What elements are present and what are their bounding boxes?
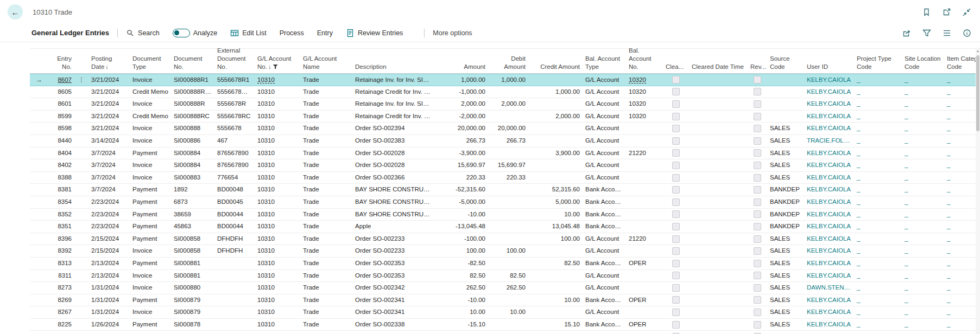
- cell-glname[interactable]: Trade: [300, 111, 352, 123]
- table-row[interactable]: 84043/7/2024PaymentSI0008848765678901031…: [30, 147, 976, 160]
- cell-glno[interactable]: 10310: [255, 331, 300, 334]
- cell-item[interactable]: _: [944, 306, 976, 318]
- cell-rev[interactable]: [748, 184, 767, 196]
- cell-date[interactable]: 2/23/2024: [88, 209, 130, 221]
- cell-doctype[interactable]: Payment: [130, 233, 171, 245]
- cell-balno[interactable]: [626, 135, 663, 147]
- cell-extdoc[interactable]: [214, 319, 255, 331]
- cell-cleared[interactable]: [689, 74, 748, 86]
- cell-baltype[interactable]: G/L Account: [583, 86, 626, 98]
- cell-glno[interactable]: 10310: [255, 282, 300, 294]
- cell-ind[interactable]: [30, 111, 48, 123]
- cell-desc[interactable]: Order SO-002338: [352, 331, 434, 334]
- cell-user[interactable]: KELBY.CAIOLA: [804, 270, 854, 282]
- cell-balno[interactable]: [626, 159, 663, 171]
- cell-debit[interactable]: [488, 111, 528, 123]
- cell-dots[interactable]: [74, 135, 88, 147]
- clea-checkbox[interactable]: [672, 235, 680, 243]
- cell-project[interactable]: _: [854, 221, 902, 233]
- cell-extdoc[interactable]: 5556678RC: [214, 111, 255, 123]
- cell-entry[interactable]: 8404: [48, 147, 74, 159]
- search-button[interactable]: Search: [126, 29, 160, 37]
- cell-doctype[interactable]: Payment: [130, 221, 171, 233]
- cell-dots[interactable]: [74, 147, 88, 159]
- cell-project[interactable]: _: [854, 282, 902, 294]
- table-row[interactable]: 82691/31/2024PaymentSI00087910310TradeOr…: [30, 294, 976, 307]
- cell-baltype[interactable]: G/L Account: [583, 233, 626, 245]
- table-row[interactable]: 83112/13/2024InvoiceSI00088110310TradeOr…: [30, 270, 976, 282]
- cell-amount[interactable]: 1,000.00: [434, 74, 488, 86]
- cell-entry[interactable]: 8388: [48, 172, 74, 184]
- cell-site[interactable]: _: [902, 172, 944, 184]
- cell-date[interactable]: 2/15/2024: [88, 245, 130, 257]
- cell-doctype[interactable]: Payment: [130, 147, 171, 159]
- cell-user[interactable]: KELBY.CAIOLA: [804, 258, 854, 269]
- cell-balno[interactable]: [626, 123, 663, 134]
- column-header-glname[interactable]: G/L Account Name: [300, 55, 352, 73]
- cell-desc[interactable]: Order SO-002366: [352, 172, 434, 184]
- cell-item[interactable]: _: [944, 147, 976, 159]
- column-header-date[interactable]: Posting Date↓: [88, 55, 130, 73]
- cell-user[interactable]: KELBY.CAIOLA: [804, 319, 854, 331]
- cell-desc[interactable]: Retainage Inv. for Inv. SI000888: [352, 74, 434, 86]
- cell-item[interactable]: _: [944, 196, 976, 208]
- cell-user[interactable]: KELBY.CAIOLA: [804, 111, 854, 123]
- cell-doctype[interactable]: Payment: [130, 258, 171, 269]
- cell-project[interactable]: _: [854, 184, 902, 196]
- cell-clea[interactable]: [663, 209, 689, 221]
- cell-baltype[interactable]: G/L Account: [583, 306, 626, 318]
- cell-baltype[interactable]: G/L Account: [583, 98, 626, 110]
- cell-glno[interactable]: 10310: [255, 319, 300, 331]
- table-row[interactable]: 82251/26/2024PaymentSI00087810310TradeOr…: [30, 319, 976, 331]
- cell-dots[interactable]: [74, 331, 88, 334]
- cell-site[interactable]: _: [902, 98, 944, 110]
- rev-checkbox[interactable]: [754, 321, 761, 329]
- cell-docno[interactable]: SI000880: [171, 282, 214, 294]
- cell-extdoc[interactable]: [214, 258, 255, 269]
- rev-checkbox[interactable]: [754, 223, 761, 230]
- cell-entry[interactable]: 8599: [48, 111, 74, 123]
- cell-clea[interactable]: [663, 172, 689, 184]
- cell-credit[interactable]: [528, 270, 583, 282]
- cell-glname[interactable]: Trade: [300, 233, 352, 245]
- cell-credit[interactable]: 52,315.60: [528, 184, 583, 196]
- cell-glno[interactable]: 10310: [255, 245, 300, 257]
- cell-cleared[interactable]: [689, 245, 748, 257]
- column-header-glno[interactable]: G/L Account No.↓: [255, 55, 300, 73]
- table-row[interactable]: 82671/31/2024InvoiceSI00087910310TradeOr…: [30, 306, 976, 319]
- cell-source[interactable]: BANKDEP: [767, 184, 804, 196]
- cell-glname[interactable]: Trade: [300, 270, 352, 282]
- cell-docno[interactable]: SI000858: [171, 245, 214, 257]
- cell-amount[interactable]: 220.33: [434, 172, 488, 184]
- rev-checkbox[interactable]: [754, 137, 761, 145]
- cell-clea[interactable]: [663, 319, 689, 331]
- clea-checkbox[interactable]: [672, 76, 680, 84]
- cell-date[interactable]: 2/23/2024: [88, 221, 130, 233]
- cell-baltype[interactable]: Bank Accou...: [583, 221, 626, 233]
- cell-rev[interactable]: [748, 270, 767, 282]
- scrollbar-thumb[interactable]: [976, 55, 979, 131]
- cell-entry[interactable]: 8352: [48, 209, 74, 221]
- cell-project[interactable]: _: [854, 86, 902, 98]
- cell-entry[interactable]: 8392: [48, 245, 74, 257]
- cell-extdoc[interactable]: 876567890: [214, 159, 255, 171]
- cell-desc[interactable]: BAY SHORE CONSTRUCTION: [352, 184, 434, 196]
- clea-checkbox[interactable]: [672, 284, 680, 292]
- cell-clea[interactable]: [663, 74, 689, 86]
- cell-source[interactable]: SALES: [767, 159, 804, 171]
- cell-dots[interactable]: [74, 209, 88, 221]
- cell-credit[interactable]: 5,000.00: [528, 196, 583, 208]
- cell-cleared[interactable]: [689, 172, 748, 184]
- cell-cleared[interactable]: [689, 221, 748, 233]
- cell-glno[interactable]: 10310: [255, 306, 300, 318]
- cell-glname[interactable]: Trade: [300, 184, 352, 196]
- cell-clea[interactable]: [663, 233, 689, 245]
- cell-credit[interactable]: [528, 172, 583, 184]
- cell-ind[interactable]: [30, 172, 48, 184]
- cell-cleared[interactable]: [689, 282, 748, 294]
- rev-checkbox[interactable]: [754, 100, 761, 108]
- entry-menu[interactable]: Entry: [317, 29, 333, 37]
- cell-glname[interactable]: Trade: [300, 135, 352, 147]
- cell-clea[interactable]: [663, 86, 689, 98]
- cell-source[interactable]: SALES: [767, 294, 804, 306]
